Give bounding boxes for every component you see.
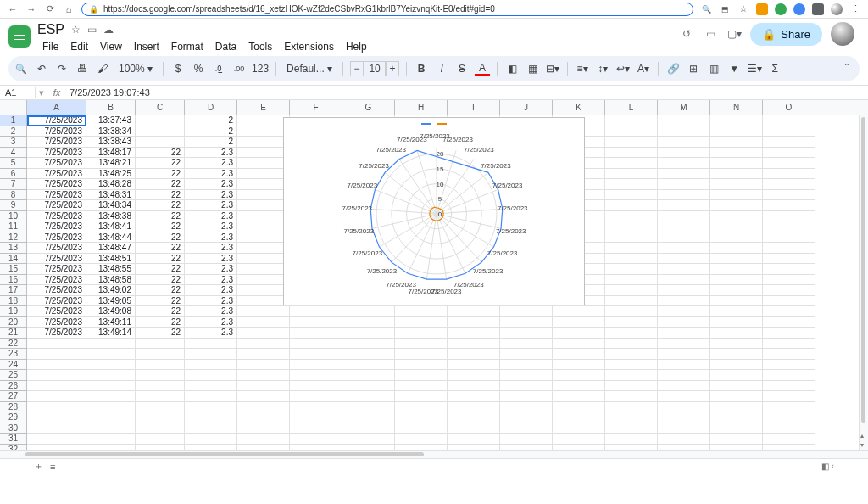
cell[interactable]: [290, 370, 342, 381]
cell[interactable]: [553, 370, 605, 381]
cell[interactable]: [290, 339, 342, 350]
cell[interactable]: [86, 402, 136, 413]
cell[interactable]: [763, 434, 815, 445]
cell[interactable]: [185, 349, 237, 360]
cell[interactable]: [136, 423, 185, 434]
cell[interactable]: [658, 200, 710, 211]
cell[interactable]: 22: [136, 158, 185, 169]
row-header-5[interactable]: 5: [0, 158, 27, 169]
cell[interactable]: [237, 211, 290, 222]
cell[interactable]: [290, 434, 342, 445]
cell[interactable]: [27, 349, 86, 360]
cell[interactable]: [658, 402, 710, 413]
cell[interactable]: [290, 381, 342, 392]
cell[interactable]: [605, 137, 658, 148]
cell[interactable]: [605, 370, 658, 381]
cell[interactable]: [710, 275, 763, 286]
cell[interactable]: [710, 285, 763, 296]
cell[interactable]: [395, 339, 448, 350]
decrease-decimal-icon[interactable]: .0̲: [211, 64, 226, 73]
cell[interactable]: [710, 423, 763, 434]
cell[interactable]: [448, 402, 500, 413]
cell[interactable]: [763, 339, 815, 350]
borders-icon[interactable]: ▦: [525, 63, 540, 75]
col-header-I[interactable]: I: [448, 100, 500, 115]
cell[interactable]: [342, 306, 395, 317]
cell[interactable]: [658, 339, 710, 350]
row-header-18[interactable]: 18: [0, 296, 27, 307]
cell[interactable]: [185, 381, 237, 392]
cell[interactable]: [500, 360, 553, 371]
cell[interactable]: [710, 317, 763, 328]
cell[interactable]: [342, 339, 395, 350]
cell[interactable]: [237, 221, 290, 232]
cell[interactable]: [342, 360, 395, 371]
cell[interactable]: [448, 381, 500, 392]
cell[interactable]: 22: [136, 169, 185, 180]
cell[interactable]: [448, 423, 500, 434]
cell[interactable]: 7/25/2023: [27, 115, 86, 126]
cell[interactable]: [710, 360, 763, 371]
cell[interactable]: [763, 285, 815, 296]
cell[interactable]: [237, 179, 290, 190]
cell[interactable]: [237, 339, 290, 350]
meet-icon[interactable]: ▢▾: [726, 28, 742, 40]
cell[interactable]: 22: [136, 221, 185, 232]
cell[interactable]: 13:38:34: [86, 126, 136, 137]
row-header-8[interactable]: 8: [0, 190, 27, 201]
row-header-7[interactable]: 7: [0, 179, 27, 190]
percent-icon[interactable]: %: [191, 63, 206, 75]
cell[interactable]: [553, 412, 605, 423]
cell[interactable]: [710, 221, 763, 232]
cell[interactable]: [136, 360, 185, 371]
cell[interactable]: [605, 391, 658, 402]
home-icon[interactable]: ⌂: [63, 4, 75, 14]
cell[interactable]: [658, 423, 710, 434]
cell[interactable]: [658, 412, 710, 423]
cell[interactable]: 2.3: [185, 296, 237, 307]
cell[interactable]: 2.3: [185, 264, 237, 275]
cell[interactable]: 7/25/2023: [27, 296, 86, 307]
fill-color-icon[interactable]: ◧: [504, 63, 520, 75]
cell[interactable]: [136, 349, 185, 360]
col-header-A[interactable]: A: [27, 100, 86, 115]
col-header-D[interactable]: D: [185, 100, 237, 115]
cell[interactable]: [448, 412, 500, 423]
cell[interactable]: [763, 126, 815, 137]
cell[interactable]: [605, 412, 658, 423]
cell[interactable]: 22: [136, 211, 185, 222]
row-header-10[interactable]: 10: [0, 211, 27, 222]
cell[interactable]: [237, 254, 290, 265]
cell[interactable]: 22: [136, 317, 185, 328]
cell[interactable]: 13:48:47: [86, 243, 136, 254]
account-avatar[interactable]: [831, 22, 854, 46]
cell[interactable]: [290, 391, 342, 402]
cell[interactable]: [395, 423, 448, 434]
rotate-icon[interactable]: A▾: [636, 63, 651, 75]
cell[interactable]: 13:48:25: [86, 169, 136, 180]
currency-icon[interactable]: $: [170, 63, 186, 75]
cell[interactable]: 13:48:58: [86, 275, 136, 286]
cell[interactable]: [763, 254, 815, 265]
cell[interactable]: [658, 169, 710, 180]
kebab-menu-icon[interactable]: ⋮: [849, 3, 861, 14]
row-header-2[interactable]: 2: [0, 126, 27, 137]
cell[interactable]: [605, 306, 658, 317]
cell[interactable]: [290, 306, 342, 317]
cell[interactable]: [605, 221, 658, 232]
zoom-select[interactable]: 100% ▾: [115, 63, 156, 75]
cell[interactable]: [237, 264, 290, 275]
cell[interactable]: 13:48:41: [86, 221, 136, 232]
cell[interactable]: 2.3: [185, 232, 237, 244]
cell[interactable]: [710, 126, 763, 137]
add-sheet-icon[interactable]: ＋: [34, 460, 43, 473]
cell[interactable]: 13:37:43: [86, 115, 136, 126]
cell[interactable]: [136, 412, 185, 423]
cell[interactable]: [658, 370, 710, 381]
cell[interactable]: [710, 306, 763, 317]
cell[interactable]: 7/25/2023: [27, 179, 86, 190]
font-size-input[interactable]: 10: [364, 61, 386, 76]
col-header-O[interactable]: O: [763, 100, 815, 115]
cell[interactable]: 13:48:51: [86, 254, 136, 265]
move-folder-icon[interactable]: ▭: [87, 24, 97, 36]
